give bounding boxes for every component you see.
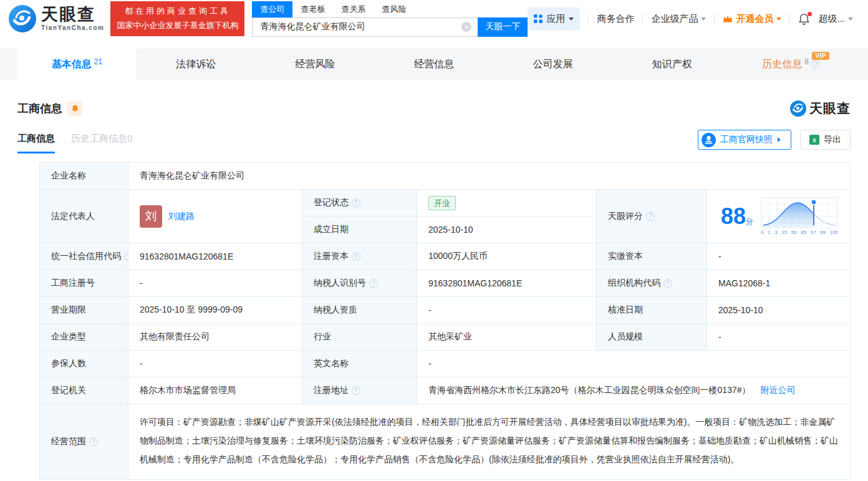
field-value-establish-date: 2025-10-10 xyxy=(417,216,597,243)
label-text: 注册地址 xyxy=(314,385,349,396)
value-text: 2025-10-10 xyxy=(428,225,473,235)
apps-menu[interactable]: 应用 xyxy=(528,7,580,31)
nav-cooperation[interactable]: 商务合作 xyxy=(597,13,634,25)
field-value-reg-authority: 格尔木市市场监督管理局 xyxy=(128,377,302,404)
tab-basic-count: 21 xyxy=(94,57,102,66)
help-icon[interactable] xyxy=(352,198,360,207)
label-text: 注册资本 xyxy=(314,251,349,262)
field-value-reg-capital: 10000万人民币 xyxy=(417,243,597,270)
tab-ip-label: 知识产权 xyxy=(652,58,692,71)
help-icon[interactable] xyxy=(352,252,360,261)
clear-search-icon[interactable] xyxy=(461,22,471,32)
search-tab-risk[interactable]: 查风险 xyxy=(374,1,414,17)
field-label-paid-capital: 实缴资本 xyxy=(597,243,707,270)
nav-open-membership[interactable]: 开通会员 xyxy=(723,13,781,25)
tianyancha-logo[interactable]: 天眼查 TianYanCha.com xyxy=(9,5,104,32)
value-text: 2025-10-10 xyxy=(718,305,763,315)
field-label-business-scope: 经营范围 xyxy=(40,404,128,480)
search-tab-boss[interactable]: 查老板 xyxy=(292,1,333,17)
tianyancha-logo-icon xyxy=(9,5,36,32)
tab-history-info[interactable]: VIP 历史信息 8 xyxy=(731,49,851,80)
watermark-logo: 天眼查 xyxy=(790,100,851,117)
tab-operating-info[interactable]: 经营信息 xyxy=(375,49,494,80)
apps-label: 应用 xyxy=(546,13,565,25)
company-name-text: 青海海化昆仑矿业有限公司 xyxy=(140,170,244,182)
field-label-staff-size: 人员规模 xyxy=(597,324,707,351)
chevron-down-icon xyxy=(701,17,706,23)
label-text: 登记机关 xyxy=(51,385,86,396)
legal-rep-avatar[interactable]: 刘 xyxy=(140,205,162,228)
field-value-english-name: - xyxy=(417,351,851,377)
value-text: 2025-10-10 至 9999-09-09 xyxy=(140,304,243,316)
field-value-score: 88分 xyxy=(707,190,851,243)
label-text: 营业期限 xyxy=(51,304,86,316)
value-text: - xyxy=(428,305,432,315)
company-tabbar: 基本信息 21 法律诉讼 经营风险 经营信息 公司发展 知识产权 VIP 历史信… xyxy=(0,49,868,80)
tab-legal-proceedings[interactable]: 法律诉讼 xyxy=(137,49,256,80)
nearby-companies-link[interactable]: 附近公司 xyxy=(761,385,796,396)
label-text: 登记状态 xyxy=(314,197,349,208)
enterprise-label: 企业级产品 xyxy=(651,13,698,25)
value-text: 10000万人民币 xyxy=(428,251,488,262)
label-text: 人员规模 xyxy=(608,331,643,343)
field-label-business-term: 营业期限 xyxy=(40,297,128,324)
search-button[interactable]: 天眼一下 xyxy=(478,17,528,37)
chevron-down-icon xyxy=(776,17,781,23)
export-button[interactable]: 导出 xyxy=(800,130,851,150)
subtab-business-info[interactable]: 工商信息 xyxy=(17,133,55,153)
field-label-reg-address: 注册地址 xyxy=(302,377,417,404)
field-label-english-name: 英文名称 xyxy=(302,351,417,377)
help-icon[interactable] xyxy=(89,437,98,446)
field-label-credit-code: 统一社会信用代码 xyxy=(40,243,128,270)
label-text: 统一社会信用代码 xyxy=(51,251,121,262)
subscribe-bell-button[interactable] xyxy=(67,101,82,116)
help-icon[interactable] xyxy=(811,60,820,69)
tab-company-development[interactable]: 公司发展 xyxy=(493,49,612,80)
field-label-insured-num: 参保人数 xyxy=(40,351,128,377)
legal-rep-link[interactable]: 刘建路 xyxy=(168,211,195,222)
label-text: 纳税人识别号 xyxy=(314,278,366,289)
field-label-approval-date: 核准日期 xyxy=(597,297,707,324)
help-icon[interactable] xyxy=(352,386,360,395)
bell-icon xyxy=(71,104,79,113)
value-text: 其他采矿业 xyxy=(428,331,472,343)
label-text: 企业名称 xyxy=(51,170,86,182)
label-text: 企业类型 xyxy=(51,331,86,343)
help-icon[interactable] xyxy=(369,279,378,288)
search-tab-company[interactable]: 查公司 xyxy=(252,1,292,17)
help-icon[interactable] xyxy=(663,279,672,288)
field-label-reg-capital: 注册资本 xyxy=(302,243,417,270)
tab-intellectual-property[interactable]: 知识产权 xyxy=(612,49,731,80)
label-text: 天眼评分 xyxy=(608,211,643,222)
label-text: 经营范围 xyxy=(51,436,86,447)
tab-operating-risk[interactable]: 经营风险 xyxy=(256,49,375,80)
field-value-approval-date: 2025-10-10 xyxy=(707,297,851,324)
search-tab-relation[interactable]: 查关系 xyxy=(333,1,374,17)
field-label-industry: 行业 xyxy=(302,324,417,351)
search-box xyxy=(252,17,478,37)
field-label-reg-no: 工商注册号 xyxy=(40,270,128,297)
official-snapshot-button[interactable]: 工商官网快照 xyxy=(698,130,791,150)
score-unit: 分 xyxy=(746,217,753,226)
super-label: 超级... xyxy=(818,13,845,25)
value-text: 其他有限责任公司 xyxy=(140,331,210,343)
snapshot-label: 工商官网快照 xyxy=(720,134,773,145)
logo-subtitle: TianYanCha.com xyxy=(41,25,104,31)
crown-icon xyxy=(723,14,733,23)
search-input[interactable] xyxy=(253,22,461,32)
value-text: - xyxy=(140,359,143,369)
tab-basic-info[interactable]: 基本信息 21 xyxy=(17,49,137,80)
field-label-taxpayer-quality: 纳税人资质 xyxy=(302,297,417,324)
field-value-company-name: 青海海化昆仑矿业有限公司 xyxy=(128,163,851,190)
tab-legal-label: 法律诉讼 xyxy=(176,58,216,71)
notification-dot xyxy=(808,12,812,16)
help-icon[interactable] xyxy=(646,212,655,221)
tab-risk-label: 经营风险 xyxy=(295,58,335,71)
help-icon[interactable] xyxy=(124,252,128,261)
nav-enterprise-products[interactable]: 企业级产品 xyxy=(651,13,706,25)
nav-super-vip[interactable]: 超级... xyxy=(818,13,853,25)
notifications-bell[interactable] xyxy=(798,13,810,25)
label-text: 英文名称 xyxy=(314,358,349,369)
field-value-business-scope: 许可项目：矿产资源勘查；非煤矿山矿产资源开采(依法须经批准的项目，经相关部门批准… xyxy=(128,404,851,480)
subtab-history-business-info[interactable]: 历史工商信息0 xyxy=(71,133,132,153)
